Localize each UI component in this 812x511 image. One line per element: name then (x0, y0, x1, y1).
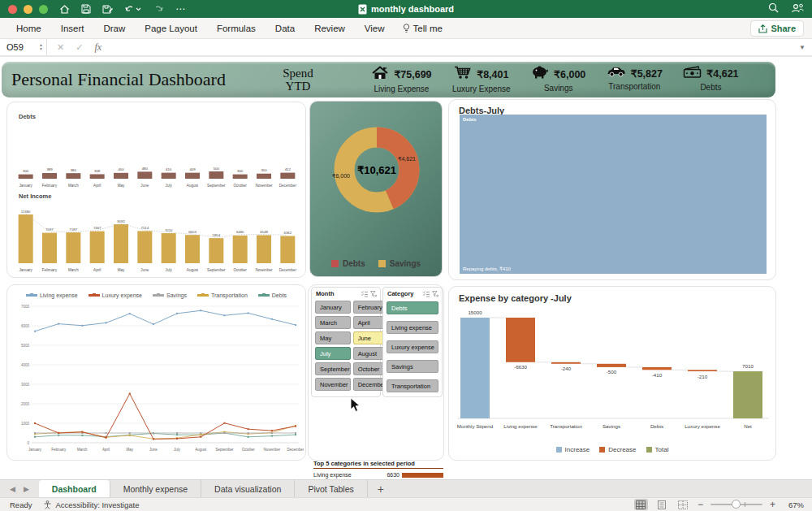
insert-function-icon[interactable]: fx (94, 41, 102, 54)
waterfall-chart[interactable]: 15000Monthly Stipend-6630Living expense-… (454, 306, 772, 440)
svg-text:June: June (140, 268, 149, 272)
slicer-button-july[interactable]: July (315, 347, 351, 360)
zoom-out-button[interactable]: − (698, 500, 703, 509)
line-chart-panel[interactable]: Living expenseLuxury expenseSavingsTrans… (6, 284, 306, 461)
page-break-view-icon[interactable] (676, 499, 690, 510)
close-window-button[interactable] (8, 5, 17, 14)
top5-title: Top 5 categories in selected period (313, 460, 443, 469)
svg-text:November: November (255, 184, 273, 188)
menu-draw[interactable]: Draw (93, 24, 135, 33)
net-income-bar-chart[interactable]: 11380January7097February7187March7467Apr… (14, 200, 300, 276)
expense-line-chart[interactable]: 70006000500040003000200010000JanuaryFebr… (11, 303, 304, 459)
search-icon[interactable] (768, 2, 779, 16)
redo-icon[interactable] (153, 4, 164, 15)
svg-text:September: September (215, 448, 234, 452)
formula-input[interactable] (102, 39, 812, 55)
menu-page-layout[interactable]: Page Layout (135, 24, 207, 33)
share-button[interactable]: Share (750, 20, 804, 37)
svg-text:September: September (207, 184, 226, 188)
month-slicer[interactable]: Month JanuaryFebruaryMarchAprilMayJuneJu… (311, 287, 381, 397)
treemap-panel[interactable]: Debts-July Debts Repaying debts, ₹410 (448, 99, 776, 280)
maximize-window-button[interactable] (39, 5, 48, 14)
dashboard-header-banner: Personal Financial Dashboard SpendYTD ₹7… (2, 62, 775, 97)
slicer-button-march[interactable]: March (315, 316, 351, 329)
slicer-button-transportation[interactable]: Transportation (387, 379, 438, 392)
category-slicer[interactable]: Category DebtsLiving expenseLuxury expen… (382, 287, 443, 397)
menu-review[interactable]: Review (304, 24, 355, 33)
zoom-in-button[interactable]: + (770, 500, 775, 509)
normal-view-icon[interactable] (634, 499, 648, 510)
worksheet-canvas[interactable]: Personal Financial Dashboard SpendYTD ₹7… (0, 57, 812, 479)
zoom-slider[interactable] (710, 504, 762, 505)
sheet-tab-data-visualization[interactable]: Data visualization (201, 480, 295, 497)
category-slicer-title: Category (387, 290, 414, 297)
svg-text:May: May (118, 184, 125, 188)
legend-debts: Debts (258, 292, 287, 298)
multi-select-icon[interactable] (422, 291, 430, 297)
minimize-window-button[interactable] (24, 5, 32, 14)
share-icon (758, 24, 767, 33)
menu-insert[interactable]: Insert (51, 24, 94, 33)
svg-text:February: February (51, 448, 67, 452)
name-box-stepper[interactable]: ▲▼ (39, 43, 43, 51)
slicer-button-luxury-expense[interactable]: Luxury expense (387, 340, 438, 353)
donut-panel[interactable]: ₹4,621₹6,000₹10,621 DebtsSavings (309, 101, 443, 277)
sheet-tab-monthly-expense[interactable]: Monthly expense (110, 480, 201, 497)
add-sheet-button[interactable]: + (368, 480, 394, 497)
svg-text:500: 500 (214, 167, 220, 171)
clear-filter-icon[interactable] (370, 291, 377, 297)
svg-text:389: 389 (46, 167, 53, 171)
page-layout-view-icon[interactable] (655, 499, 669, 510)
slicer-button-september[interactable]: September (315, 362, 351, 375)
kpi-debts: ₹4,621 Debts (683, 66, 738, 93)
kpi-label: Debts (700, 83, 721, 92)
sheet-tab-pivot-tables[interactable]: Pivot Tables (295, 480, 367, 497)
kpi-row: ₹75,699 Living Expense ₹8,401 Luxury Exp… (326, 66, 775, 93)
legend-debts: Debts (331, 259, 365, 268)
name-box[interactable]: O59 ▲▼ (0, 39, 47, 55)
svg-text:Transportation: Transportation (550, 423, 582, 429)
more-toolbar-icon[interactable]: ⋯ (175, 3, 186, 15)
lightbulb-icon (403, 24, 410, 33)
slicer-button-savings[interactable]: Savings (387, 360, 438, 373)
menu-formulas[interactable]: Formulas (207, 24, 266, 33)
waterfall-panel[interactable]: Expense by category -July 15000Monthly S… (448, 286, 776, 461)
account-icon[interactable] (792, 2, 804, 16)
home-toolbar-icon[interactable] (59, 4, 70, 15)
cancel-entry-icon[interactable]: ✕ (57, 42, 64, 53)
prev-sheet-icon[interactable]: ◀ (10, 485, 15, 493)
donut-chart[interactable]: ₹4,621₹6,000₹10,621 (316, 111, 438, 241)
save-as-icon[interactable] (102, 4, 113, 15)
menu-view[interactable]: View (355, 24, 395, 33)
slicer-button-january[interactable]: January (315, 301, 351, 314)
confirm-entry-icon[interactable]: ✓ (76, 42, 83, 53)
window-title: monthly dashboard (0, 4, 812, 15)
sheet-tab-dashboard[interactable]: Dashboard (39, 480, 110, 497)
mouse-cursor (350, 397, 361, 417)
menu-home[interactable]: Home (6, 24, 51, 33)
svg-text:July: July (166, 268, 173, 272)
slicer-button-debts[interactable]: Debts (387, 301, 438, 314)
svg-text:Living expense: Living expense (503, 423, 538, 429)
debts-bar-chart[interactable]: 300January389February380March308April400… (14, 158, 300, 195)
svg-text:5000: 5000 (21, 344, 30, 348)
menu-data[interactable]: Data (266, 24, 304, 33)
zoom-slider-handle[interactable] (732, 500, 741, 509)
debts-netincome-panel[interactable]: Debts 300January389February380March308Ap… (6, 102, 306, 278)
undo-icon[interactable] (124, 4, 142, 15)
multi-select-icon[interactable] (361, 291, 368, 297)
save-icon[interactable] (81, 4, 91, 14)
piggy-bank-icon (531, 66, 549, 82)
svg-text:7097: 7097 (45, 227, 54, 232)
next-sheet-icon[interactable]: ▶ (24, 485, 29, 493)
formula-bar-expand-icon[interactable]: ▼ (799, 44, 806, 51)
clear-filter-icon[interactable] (432, 291, 438, 297)
slicer-button-living-expense[interactable]: Living expense (387, 321, 438, 334)
slicer-button-november[interactable]: November (315, 378, 351, 391)
tell-me-menu[interactable]: Tell me (395, 24, 451, 33)
slicer-button-may[interactable]: May (315, 331, 351, 344)
debts-treemap[interactable]: Debts Repaying debts, ₹410 (460, 115, 767, 274)
svg-text:November: November (263, 448, 280, 452)
svg-text:August: August (187, 184, 199, 188)
accessibility-status[interactable]: Accessibility: Investigate (43, 500, 139, 509)
